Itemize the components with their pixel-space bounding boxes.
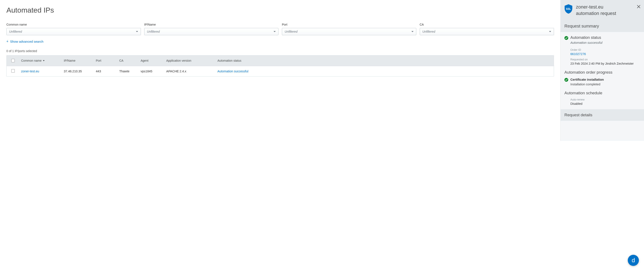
requested-on-label: Requested on bbox=[570, 58, 640, 61]
filter-label-ca: CA bbox=[420, 23, 554, 26]
progress-step-title: Certificate installation bbox=[570, 78, 604, 81]
column-header-port[interactable]: Port bbox=[94, 59, 118, 62]
panel-title: zoner-test.eu automation request bbox=[576, 4, 616, 16]
column-label: Common name bbox=[21, 59, 42, 62]
row-checkbox[interactable] bbox=[11, 69, 15, 72]
progress-step-subtext: Installation completed bbox=[570, 82, 640, 86]
details-panel: SSL zoner-test.eu automation request Req… bbox=[560, 0, 644, 141]
close-icon[interactable] bbox=[637, 5, 640, 8]
selection-count: 0 of 1 IP/ports selected bbox=[6, 49, 554, 53]
filter-placeholder: Unfiltered bbox=[285, 30, 298, 33]
filter-placeholder: Unfiltered bbox=[147, 30, 160, 33]
plus-icon: + bbox=[6, 40, 8, 43]
success-check-icon bbox=[564, 36, 568, 40]
auto-renew-label: Auto-renew bbox=[570, 98, 640, 101]
filter-label-port: Port bbox=[282, 23, 416, 26]
filter-select-common-name[interactable]: Unfiltered bbox=[6, 28, 141, 35]
column-header-automation-status[interactable]: Automation status bbox=[216, 59, 554, 62]
column-header-app-version[interactable]: Application version bbox=[164, 59, 216, 62]
sort-desc-icon bbox=[43, 60, 44, 61]
automation-schedule-heading: Automation schedule bbox=[564, 91, 640, 96]
column-header-ca[interactable]: CA bbox=[118, 59, 139, 62]
cell-port: 443 bbox=[94, 70, 118, 73]
automation-status-title: Automation status bbox=[570, 36, 601, 40]
cell-automation-status-link[interactable]: Automation successful bbox=[216, 70, 554, 73]
table-header-row: Common name IP/Name Port CA Agent Applic… bbox=[6, 56, 554, 66]
cell-ca: Thawte bbox=[118, 70, 139, 73]
column-header-agent[interactable]: Agent bbox=[139, 59, 164, 62]
filter-select-ca[interactable]: Unfiltered bbox=[420, 28, 554, 35]
order-id-label: Order ID bbox=[570, 48, 640, 52]
svg-text:SSL: SSL bbox=[566, 8, 571, 10]
automation-status-subtext: Automation successful bbox=[570, 41, 640, 44]
filter-label-ip-name: IP/Name bbox=[144, 23, 279, 26]
chevron-down-icon bbox=[136, 31, 138, 32]
cell-common-name-link[interactable]: zoner-test.eu bbox=[20, 70, 62, 73]
advanced-search-label: Show advanced search bbox=[10, 40, 43, 43]
column-header-ip-name[interactable]: IP/Name bbox=[62, 59, 94, 62]
request-summary-heading: Request summary bbox=[560, 20, 644, 32]
automation-progress-heading: Automation order progress bbox=[564, 70, 640, 75]
panel-header: SSL zoner-test.eu automation request bbox=[560, 0, 644, 20]
filter-placeholder: Unfiltered bbox=[9, 30, 22, 33]
request-details-heading: Request details bbox=[560, 109, 644, 121]
column-header-common-name[interactable]: Common name bbox=[20, 59, 62, 62]
success-check-icon bbox=[564, 78, 568, 82]
filter-select-ip-name[interactable]: Unfiltered bbox=[144, 28, 279, 35]
auto-renew-value: Disabled bbox=[570, 102, 640, 106]
ssl-shield-icon: SSL bbox=[564, 4, 573, 14]
filter-select-port[interactable]: Unfiltered bbox=[282, 28, 416, 35]
order-id-link[interactable]: 661027276 bbox=[570, 52, 640, 56]
cell-app-version: APACHE 2.4.x bbox=[164, 70, 216, 73]
select-all-checkbox[interactable] bbox=[11, 59, 15, 62]
panel-title-line2: automation request bbox=[576, 11, 616, 16]
panel-title-line1: zoner-test.eu bbox=[576, 4, 603, 10]
chevron-down-icon bbox=[274, 31, 276, 32]
filter-row: Common name Unfiltered IP/Name Unfiltere… bbox=[6, 23, 554, 35]
show-advanced-search-link[interactable]: + Show advanced search bbox=[6, 40, 43, 43]
filter-label-common-name: Common name bbox=[6, 23, 141, 26]
cell-agent: vps1845 bbox=[139, 70, 164, 73]
filter-placeholder: Unfiltered bbox=[422, 30, 435, 33]
cell-ip-name: 37.46.210.35 bbox=[62, 70, 94, 73]
page-title: Automated IPs bbox=[6, 6, 554, 14]
requested-on-value: 23 Feb 2024 2:40 PM by Jindrich Zechmeis… bbox=[570, 62, 640, 65]
ip-table: Common name IP/Name Port CA Agent Applic… bbox=[6, 55, 554, 76]
table-row: zoner-test.eu 37.46.210.35 443 Thawte vp… bbox=[6, 66, 554, 76]
chevron-down-icon bbox=[412, 31, 414, 32]
chevron-down-icon bbox=[549, 31, 551, 32]
